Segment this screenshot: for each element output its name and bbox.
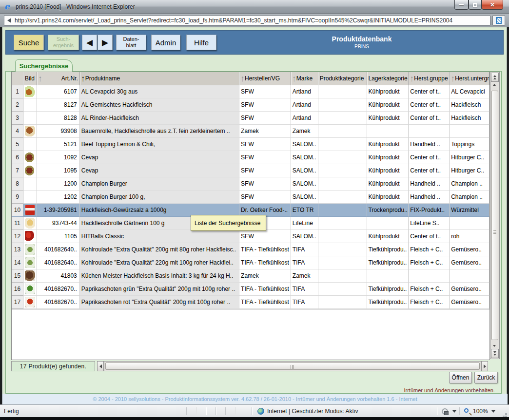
table-row[interactable]: 55121Beef Topping Lemon & Chili,SFWSALOM… bbox=[12, 138, 489, 151]
cell-marke[interactable]: Artland bbox=[291, 85, 318, 98]
cell-gruppe[interactable]: FIX-Produkt.. bbox=[409, 204, 450, 217]
search-button[interactable]: Suche bbox=[14, 35, 44, 50]
cell-hersteller[interactable]: Zamek bbox=[239, 125, 291, 138]
cell-marke[interactable]: SALOM.. bbox=[291, 177, 318, 191]
cell-lagerkat[interactable]: Kühlprodukt bbox=[367, 98, 409, 112]
cell-hersteller[interactable]: SFW bbox=[239, 164, 291, 177]
cell-marke[interactable]: SALOM.. bbox=[291, 164, 318, 177]
cell-untergr[interactable]: Gemüsero.. bbox=[450, 296, 489, 309]
protected-mode-icon[interactable] bbox=[442, 408, 448, 415]
cell-untergr[interactable]: Champion .. bbox=[450, 191, 489, 204]
cell-lagerkat[interactable]: Kühlprodukt bbox=[367, 230, 409, 243]
scroll-to-bottom-button[interactable] bbox=[491, 349, 499, 358]
table-row[interactable]: 61092CevapSFWSALOM..KühlproduktCenter of… bbox=[12, 151, 489, 164]
cell-lagerkat[interactable] bbox=[367, 125, 409, 138]
cell-marke[interactable]: Artland bbox=[291, 112, 318, 125]
compatibility-view-button[interactable] bbox=[492, 15, 505, 26]
cell-art[interactable]: 401682640.. bbox=[37, 243, 80, 256]
cell-prodkat[interactable] bbox=[318, 217, 367, 230]
cell-gruppe[interactable]: Center of t.. bbox=[409, 151, 450, 164]
cell-untergr[interactable]: Gemüsero.. bbox=[450, 256, 489, 269]
cell-bild[interactable] bbox=[23, 191, 37, 204]
cell-name[interactable]: Cevap bbox=[80, 164, 239, 177]
table-row[interactable]: 14401682640..Kohlroulade "Extra Qualität… bbox=[12, 256, 489, 269]
cell-untergr[interactable] bbox=[450, 269, 489, 283]
cell-lagerkat[interactable]: Kühlprodukt bbox=[367, 164, 409, 177]
cell-untergr[interactable]: roh bbox=[450, 230, 489, 243]
cell-bild[interactable] bbox=[23, 177, 37, 191]
table-row[interactable]: 71095CevapSFWSALOM..KühlproduktCenter of… bbox=[12, 164, 489, 177]
cell-bild[interactable] bbox=[23, 164, 37, 177]
cell-lagerkat[interactable]: Tiefkühlprodu.. bbox=[367, 283, 409, 296]
cell-name[interactable]: HITBalls Classic bbox=[80, 230, 239, 243]
cell-art[interactable]: 8128 bbox=[37, 112, 80, 125]
cell-untergr[interactable]: AL Cevapcici bbox=[450, 85, 489, 98]
cell-hersteller[interactable]: SFW bbox=[239, 151, 291, 164]
cell-bild[interactable] bbox=[23, 138, 37, 151]
cell-marke[interactable]: TIFA bbox=[291, 243, 318, 256]
cell-hersteller[interactable]: SFW bbox=[239, 85, 291, 98]
vertical-scroll-thumb[interactable] bbox=[491, 91, 498, 340]
cell-bild[interactable] bbox=[23, 269, 37, 283]
zoom-level[interactable]: 100% bbox=[473, 408, 488, 415]
cell-untergr[interactable]: Gemüsero.. bbox=[450, 243, 489, 256]
datasheet-button[interactable]: Daten- blatt bbox=[116, 35, 146, 50]
cell-prodkat[interactable] bbox=[318, 191, 367, 204]
open-button[interactable]: Öffnen bbox=[449, 372, 472, 383]
cell-art[interactable]: 401682670.. bbox=[37, 283, 80, 296]
cell-prodkat[interactable] bbox=[318, 125, 367, 138]
scroll-down-icon[interactable] bbox=[493, 345, 496, 347]
cell-lagerkat[interactable]: Trockenprodu.. bbox=[367, 204, 409, 217]
cell-gruppe[interactable] bbox=[409, 125, 450, 138]
cell-art[interactable]: 5121 bbox=[37, 138, 80, 151]
cell-art[interactable]: 1200 bbox=[37, 177, 80, 191]
cell-marke[interactable]: SALOM.. bbox=[291, 138, 318, 151]
horizontal-scroll-thumb[interactable] bbox=[105, 363, 480, 370]
cell-gruppe[interactable]: LifeLine S.. bbox=[409, 217, 450, 230]
cell-name[interactable]: Bauernrolle, Hackfleischrolle aus z.T. f… bbox=[80, 125, 239, 138]
cell-marke[interactable]: SALOM.. bbox=[291, 191, 318, 204]
table-row[interactable]: 91202Champion Burger 100 g,SFWSALOM..Küh… bbox=[12, 191, 489, 204]
cell-prodkat[interactable] bbox=[318, 164, 367, 177]
cell-untergr[interactable]: Gemüsero.. bbox=[450, 283, 489, 296]
cell-hersteller[interactable]: Zamek bbox=[239, 269, 291, 283]
table-row[interactable]: 13401682640..Kohlroulade "Extra Qualität… bbox=[12, 243, 489, 256]
cell-lagerkat[interactable]: Tiefkühlprodu.. bbox=[367, 256, 409, 269]
scroll-right-button[interactable] bbox=[481, 361, 488, 371]
table-row[interactable]: 16401682670..Paprikaschoten grün "Extra … bbox=[12, 283, 489, 296]
cell-art[interactable]: 1202 bbox=[37, 191, 80, 204]
back-button[interactable]: Zurück bbox=[474, 372, 498, 383]
cell-name[interactable]: Küchen Meister Hackfleisch Basis Inhalt:… bbox=[80, 269, 239, 283]
cell-art[interactable]: 401682670.. bbox=[37, 296, 80, 309]
cell-name[interactable]: AL Rinder-Hackfleisch bbox=[80, 112, 239, 125]
cell-marke[interactable]: SALOM.. bbox=[291, 151, 318, 164]
table-row[interactable]: 16107AL Cevapcici 30g ausSFWArtlandKühlp… bbox=[12, 85, 489, 98]
cell-prodkat[interactable] bbox=[318, 256, 367, 269]
cell-art[interactable]: 1092 bbox=[37, 151, 80, 164]
scroll-up-icon[interactable] bbox=[493, 84, 496, 86]
cell-prodkat[interactable] bbox=[318, 98, 367, 112]
cell-gruppe[interactable]: Handheld .. bbox=[409, 177, 450, 191]
cell-bild[interactable] bbox=[23, 217, 37, 230]
table-row[interactable]: 28127AL Gemischtes HackfleischSFWArtland… bbox=[12, 98, 489, 112]
cell-lagerkat[interactable]: Kühlprodukt bbox=[367, 151, 409, 164]
help-button[interactable]: Hilfe bbox=[186, 35, 216, 50]
cell-prodkat[interactable] bbox=[318, 85, 367, 98]
column-header-herst-untergrupp[interactable]: ↑Herst.untergrupp bbox=[450, 72, 489, 85]
cell-prodkat[interactable] bbox=[318, 296, 367, 309]
cell-gruppe[interactable]: Center of t.. bbox=[409, 112, 450, 125]
cell-art[interactable]: 401682640.. bbox=[37, 256, 80, 269]
cell-prodkat[interactable] bbox=[318, 230, 367, 243]
cell-lagerkat[interactable]: Kühlprodukt bbox=[367, 112, 409, 125]
cell-marke[interactable]: TIFA bbox=[291, 296, 318, 309]
cell-untergr[interactable]: Toppings bbox=[450, 138, 489, 151]
cell-lagerkat[interactable]: Kühlprodukt bbox=[367, 138, 409, 151]
cell-marke[interactable]: TIFA bbox=[291, 256, 318, 269]
scroll-left-button[interactable] bbox=[97, 361, 104, 371]
cell-lagerkat[interactable]: Tiefkühlprodu.. bbox=[367, 243, 409, 256]
cell-art[interactable]: 1105 bbox=[37, 230, 80, 243]
cell-bild[interactable] bbox=[23, 151, 37, 164]
cell-prodkat[interactable] bbox=[318, 269, 367, 283]
cell-name[interactable]: Kohlroulade "Extra Qualität" 220g mit 10… bbox=[80, 256, 239, 269]
cell-name[interactable]: AL Gemischtes Hackfleisch bbox=[80, 98, 239, 112]
